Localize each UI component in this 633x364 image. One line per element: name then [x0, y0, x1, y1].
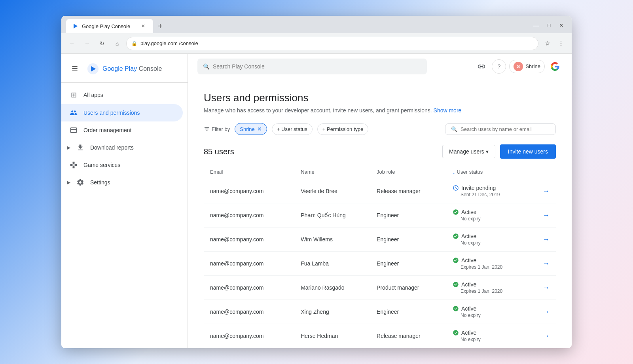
table-row: name@company.com Herse Hedman Release ma…	[204, 324, 556, 348]
window-controls: — □ ✕	[531, 20, 567, 33]
cell-action[interactable]: →	[536, 276, 556, 300]
cell-status: Active No expiry	[446, 324, 536, 348]
status-label: Active	[461, 330, 476, 336]
logo-console: Console	[139, 65, 162, 72]
status-sub: Expires 1 Jan, 2020	[453, 288, 530, 294]
cell-job-role: Engineer	[370, 228, 446, 252]
cell-action[interactable]: →	[536, 300, 556, 324]
back-button[interactable]: ←	[66, 38, 78, 49]
minimize-button[interactable]: —	[531, 20, 542, 31]
account-chip[interactable]: S Shrine	[509, 60, 545, 73]
browser-window: Google Play Console ✕ + — □ ✕ ← → ↻ ⌂ 🔒 …	[61, 16, 572, 348]
cell-name: Wim Willems	[294, 228, 370, 252]
search-icon: 🔍	[203, 63, 210, 70]
sidebar-item-label-users-permissions: Users and permissions	[83, 110, 175, 116]
order-management-icon	[69, 126, 78, 134]
forward-button[interactable]: →	[81, 38, 93, 49]
browser-tab[interactable]: Google Play Console ✕	[66, 19, 153, 33]
status-sub: No expiry	[453, 240, 530, 246]
table-row: name@company.com Phạm Quốc Hùng Engineer…	[204, 203, 556, 228]
row-arrow-button[interactable]: →	[542, 308, 550, 316]
sidebar-item-game-services[interactable]: Game services	[61, 156, 183, 174]
row-arrow-button[interactable]: →	[542, 211, 550, 220]
row-arrow-button[interactable]: →	[542, 332, 550, 340]
sidebar-item-users-permissions[interactable]: Users and permissions	[61, 104, 183, 121]
sidebar-item-label-order-management: Order management	[83, 127, 175, 133]
user-search-input[interactable]	[461, 126, 550, 132]
bookmark-button[interactable]: ☆	[542, 38, 553, 49]
address-text: play.google.com /console	[140, 40, 533, 46]
hamburger-button[interactable]: ☰	[68, 62, 82, 76]
cell-name: Xing Zheng	[294, 300, 370, 324]
sidebar-navigation: ⊞ All apps Users and permissions	[61, 83, 188, 194]
sidebar-item-label-game-services: Game services	[83, 162, 175, 168]
expand-icon-settings: ▶	[67, 180, 70, 185]
cell-email: name@company.com	[204, 252, 294, 276]
status-active-icon	[453, 257, 459, 264]
expand-icon-download: ▶	[67, 145, 70, 150]
address-bar[interactable]: 🔒 play.google.com /console	[126, 37, 538, 50]
link-button[interactable]	[474, 59, 489, 74]
cell-action[interactable]: →	[536, 179, 556, 203]
invite-users-button[interactable]: Invite new users	[500, 144, 556, 159]
sidebar-item-label-all-apps: All apps	[83, 92, 175, 98]
manage-users-button[interactable]: Manage users ▾	[442, 145, 495, 158]
table-row: name@company.com Mariano Rasgado Product…	[204, 276, 556, 300]
logo-play: Google Play	[102, 65, 137, 72]
address-domain: play.google.com	[140, 40, 178, 46]
row-arrow-button[interactable]: →	[542, 235, 550, 244]
new-tab-button[interactable]: +	[153, 19, 167, 33]
col-header-email: Email	[204, 165, 294, 179]
status-pending-icon	[453, 185, 459, 191]
users-table: Email Name Job role ↓ User status	[204, 165, 556, 348]
browser-menu-button[interactable]: ⋮	[555, 38, 567, 49]
cell-job-role: Product manager	[370, 276, 446, 300]
sidebar-item-all-apps[interactable]: ⊞ All apps	[61, 86, 183, 104]
status-label: Active	[461, 209, 476, 215]
sidebar-item-settings[interactable]: ▶ Settings	[61, 174, 183, 191]
row-arrow-button[interactable]: →	[542, 187, 550, 195]
col-header-job-role: Job role	[370, 165, 446, 179]
row-arrow-button[interactable]: →	[542, 260, 550, 268]
home-button[interactable]: ⌂	[111, 38, 123, 49]
cell-action[interactable]: →	[536, 228, 556, 252]
cell-name: Mariano Rasgado	[294, 276, 370, 300]
cell-status: Active Expires 1 Jan, 2020	[446, 276, 536, 300]
active-filter-chip[interactable]: Shrine ✕	[235, 123, 267, 135]
table-row: name@company.com Xing Zheng Engineer Act…	[204, 300, 556, 324]
settings-icon	[76, 178, 85, 186]
status-sub: Sent 21 Dec, 2019	[453, 192, 530, 197]
console-search-box[interactable]: 🔍	[197, 59, 427, 74]
user-search-box[interactable]: 🔍	[445, 123, 556, 135]
status-sub: No expiry	[453, 216, 530, 222]
cell-status: Invite pending Sent 21 Dec, 2019	[446, 179, 536, 203]
filter-chip-remove[interactable]: ✕	[257, 126, 262, 132]
help-button[interactable]: ?	[492, 59, 506, 74]
status-sub: No expiry	[453, 313, 530, 318]
console-search-input[interactable]	[213, 63, 421, 70]
cell-email: name@company.com	[204, 179, 294, 203]
cell-action[interactable]: →	[536, 324, 556, 348]
col-header-name: Name	[294, 165, 370, 179]
cell-status: Active No expiry	[446, 228, 536, 252]
row-arrow-button[interactable]: →	[542, 284, 550, 292]
tab-title: Google Play Console	[82, 23, 136, 29]
users-icon	[69, 109, 78, 117]
cell-action[interactable]: →	[536, 252, 556, 276]
google-account-button[interactable]	[548, 59, 562, 74]
maximize-button[interactable]: □	[543, 20, 554, 31]
cell-action[interactable]: →	[536, 203, 556, 228]
refresh-button[interactable]: ↻	[96, 38, 108, 49]
cell-name: Herse Hedman	[294, 324, 370, 348]
col-header-action	[536, 165, 556, 179]
sidebar-item-download-reports[interactable]: ▶ Download reports	[61, 139, 183, 156]
sidebar-item-order-management[interactable]: Order management	[61, 121, 183, 139]
all-apps-icon: ⊞	[69, 91, 78, 99]
tab-close-button[interactable]: ✕	[140, 23, 147, 30]
show-more-link[interactable]: Show more	[434, 107, 462, 114]
sidebar-logo[interactable]: Google Play Console	[87, 63, 162, 75]
close-button[interactable]: ✕	[556, 20, 567, 31]
sidebar: ☰ Google Play Console ⊞ A	[61, 54, 188, 348]
user-status-filter-button[interactable]: + User status	[272, 123, 313, 135]
permission-type-filter-button[interactable]: + Permission type	[317, 123, 369, 135]
